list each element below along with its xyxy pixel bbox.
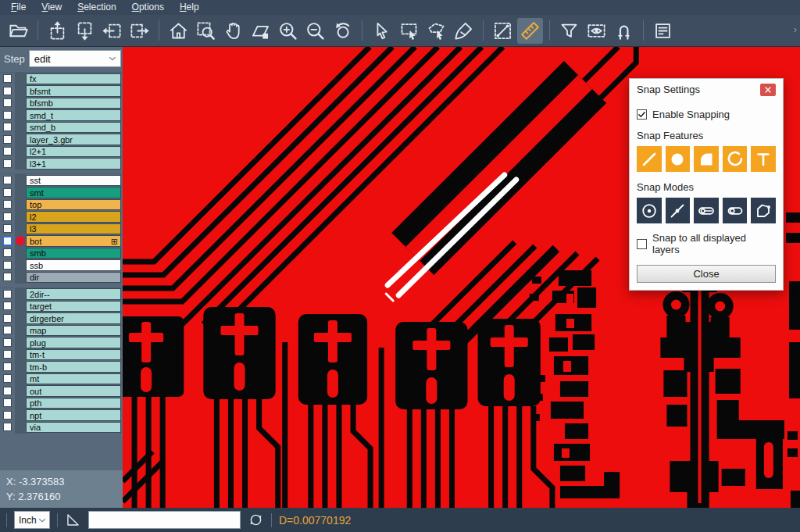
layer-row-tm-t[interactable]: tm-t	[0, 348, 123, 361]
layer-label[interactable]: sst	[26, 175, 121, 187]
enable-snapping-checkbox[interactable]	[637, 109, 647, 120]
select-arrow-button[interactable]	[369, 18, 395, 44]
layer-label[interactable]: l2+1	[26, 146, 121, 158]
mode-center-button[interactable]	[637, 198, 662, 223]
feature-text-button[interactable]	[751, 146, 776, 172]
snap-button[interactable]	[611, 18, 637, 44]
layer-row-fx[interactable]: fx	[0, 73, 123, 85]
layer-visibility-checkbox[interactable]	[3, 374, 12, 383]
mode-point-button[interactable]	[666, 198, 691, 223]
layer-row-top[interactable]: top	[0, 198, 123, 211]
layer-label[interactable]: map	[26, 325, 121, 337]
layer-label[interactable]: fx	[26, 73, 121, 85]
zoom-area-button[interactable]	[248, 18, 273, 44]
layer-visibility-checkbox[interactable]	[3, 123, 12, 131]
layer-label[interactable]: smd_b	[26, 122, 121, 134]
layer-label[interactable]: smd_t	[26, 109, 121, 121]
angle-measure-icon[interactable]	[65, 512, 81, 528]
layer-label[interactable]: l3+1	[26, 158, 121, 170]
menu-view[interactable]: View	[34, 1, 70, 14]
layer-visibility-checkbox[interactable]	[3, 224, 12, 233]
toolbar-overflow-chevron[interactable]: ›	[794, 24, 797, 35]
zoom-in-button[interactable]	[275, 18, 301, 44]
layer-row-l2+1[interactable]: l2+1	[0, 145, 123, 158]
layer-row-smb[interactable]: smb	[0, 247, 123, 259]
layer-label[interactable]: npt	[26, 409, 121, 421]
layer-label[interactable]: plug	[26, 337, 121, 348]
layer-row-bfsmt[interactable]: bfsmt	[0, 85, 123, 98]
layer-row-mt[interactable]: mt	[0, 373, 123, 385]
layer-visibility-checkbox[interactable]	[3, 111, 12, 120]
layer-visibility-checkbox[interactable]	[3, 411, 12, 420]
menu-help[interactable]: Help	[172, 1, 207, 14]
layer-visibility-checkbox[interactable]	[3, 200, 12, 209]
layer-label[interactable]: bot⊞	[26, 235, 121, 247]
measure-input[interactable]	[88, 511, 241, 529]
pan-left-button[interactable]	[99, 18, 125, 44]
units-select[interactable]: Inch	[14, 511, 50, 529]
layer-row-smt[interactable]: smt	[0, 187, 123, 199]
feature-pad-button[interactable]	[666, 146, 691, 172]
layer-row-map[interactable]: map	[0, 324, 123, 337]
layer-label[interactable]: tm-t	[26, 349, 121, 361]
layer-label[interactable]: dirgerber	[26, 312, 121, 324]
layer-visibility-checkbox[interactable]	[3, 135, 12, 144]
layer-visibility-checkbox[interactable]	[3, 302, 12, 310]
select-rectangle-button[interactable]	[396, 18, 422, 44]
feature-line-button[interactable]	[637, 146, 662, 172]
layer-label[interactable]: bfsmb	[26, 98, 121, 109]
layer-label[interactable]: bfsmt	[26, 85, 121, 97]
layer-visibility-checkbox[interactable]	[3, 350, 12, 359]
layer-visibility-checkbox[interactable]	[3, 362, 12, 371]
display-options-button[interactable]	[584, 18, 609, 44]
layer-label[interactable]: via	[26, 422, 121, 434]
layer-visibility-checkbox[interactable]	[3, 326, 12, 334]
layer-label[interactable]: top	[26, 199, 121, 211]
home-button[interactable]	[166, 18, 191, 44]
layer-visibility-checkbox[interactable]	[3, 188, 12, 197]
feature-arc-button[interactable]	[723, 146, 748, 172]
open-folder-button[interactable]	[5, 18, 31, 44]
layer-label[interactable]: target	[26, 301, 121, 312]
layer-label[interactable]: tm-b	[26, 361, 121, 373]
layer-row-2dir--[interactable]: 2dir--	[0, 288, 123, 301]
layer-row-dirgerber[interactable]: dirgerber	[0, 312, 123, 325]
select-polygon-button[interactable]	[423, 18, 449, 44]
zoom-window-button[interactable]	[193, 18, 219, 44]
layer-label[interactable]: out	[26, 385, 121, 397]
layer-visibility-checkbox[interactable]	[3, 338, 12, 347]
pan-up-button[interactable]	[45, 18, 70, 44]
layer-row-layer_3.gbr[interactable]: layer_3.gbr	[0, 134, 123, 146]
layer-visibility-checkbox[interactable]	[3, 273, 12, 281]
layers-panel-button[interactable]	[650, 18, 676, 44]
layer-label[interactable]: l3	[26, 223, 121, 235]
layer-label[interactable]: smt	[26, 187, 121, 198]
mode-contour-button[interactable]	[751, 198, 776, 223]
layer-row-l2[interactable]: l2	[0, 211, 123, 223]
grid-icon[interactable]: ⊞	[111, 237, 118, 245]
layer-label[interactable]: ssb	[26, 259, 121, 271]
layer-visibility-checkbox[interactable]	[3, 398, 12, 407]
refresh-icon[interactable]	[248, 512, 264, 528]
layer-visibility-checkbox[interactable]	[3, 248, 12, 257]
layer-label[interactable]: layer_3.gbr	[26, 134, 121, 145]
layer-visibility-checkbox[interactable]	[3, 176, 12, 184]
layer-label[interactable]: mt	[26, 373, 121, 385]
layer-row-tm-b[interactable]: tm-b	[0, 361, 123, 373]
layer-visibility-checkbox[interactable]	[3, 387, 12, 395]
layer-visibility-checkbox[interactable]	[3, 147, 12, 155]
layer-row-via[interactable]: via	[0, 421, 123, 434]
layer-label[interactable]: smb	[26, 248, 121, 259]
layer-row-out[interactable]: out	[0, 385, 123, 398]
layer-row-bfsmb[interactable]: bfsmb	[0, 97, 123, 109]
layer-row-ssb[interactable]: ssb	[0, 259, 123, 272]
layer-row-l3[interactable]: l3	[0, 223, 123, 235]
measure-line-button[interactable]	[490, 18, 516, 44]
zoom-previous-button[interactable]	[330, 18, 355, 44]
pan-down-button[interactable]	[72, 18, 98, 44]
snap-all-layers-checkbox[interactable]	[637, 239, 647, 249]
menu-file[interactable]: File	[3, 1, 34, 14]
layer-visibility-checkbox[interactable]	[3, 74, 12, 83]
layer-row-target[interactable]: target	[0, 300, 123, 312]
layer-row-smd_t[interactable]: smd_t	[0, 109, 123, 122]
